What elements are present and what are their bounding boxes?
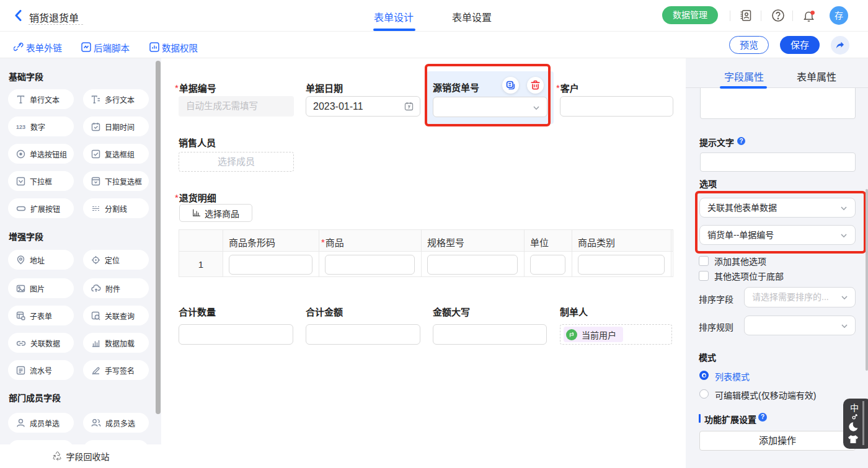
svg-text:123: 123 xyxy=(16,124,25,130)
